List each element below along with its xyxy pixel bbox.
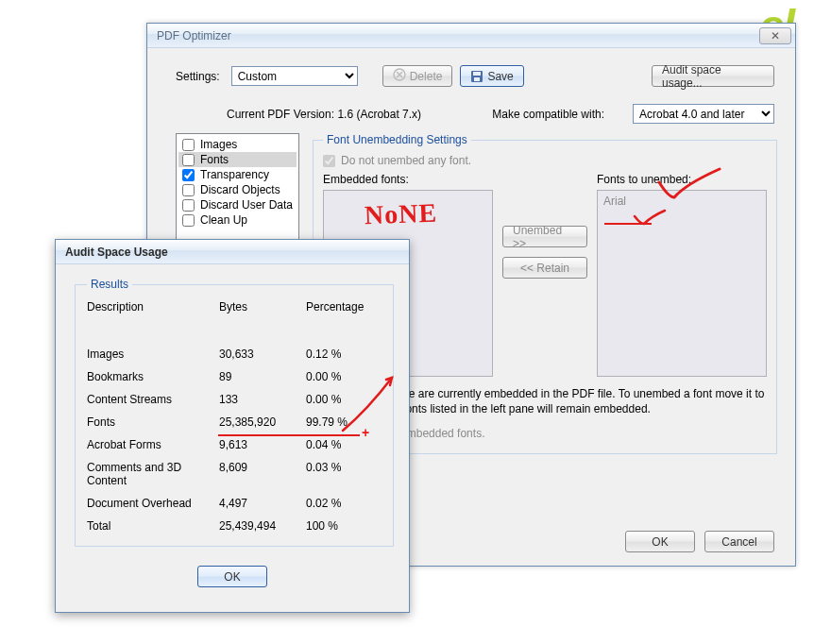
svg-rect-4	[473, 72, 481, 76]
unembed-button[interactable]: Unembed >>	[502, 226, 587, 247]
audit-space-usage-button[interactable]: Audit space usage...	[652, 65, 774, 87]
delete-label: Delete	[410, 70, 443, 83]
window-title: PDF Optimizer	[157, 29, 759, 42]
audit-cell: Acrobat Forms	[87, 438, 219, 451]
audit-title: Audit Space Usage	[65, 246, 405, 259]
unembed-button-label: Unembed >>	[513, 224, 577, 250]
results-group: Results DescriptionBytesPercentageImages…	[75, 278, 394, 547]
audit-cell: 100 %	[306, 519, 382, 533]
audit-cell: Images	[87, 347, 219, 361]
category-checkbox[interactable]	[182, 169, 195, 181]
settings-label: Settings:	[176, 70, 220, 83]
audit-cell: 8,609	[219, 461, 306, 487]
category-item-transparency[interactable]: Transparency	[178, 167, 297, 182]
do-not-unembed-checkbox[interactable]	[323, 155, 335, 167]
save-button[interactable]: Save	[460, 65, 523, 87]
current-version-label: Current PDF Version: 1.6 (Acrobat 7.x)	[227, 108, 464, 121]
category-label: Transparency	[200, 168, 269, 181]
audit-cell: Comments and 3D Content	[87, 461, 219, 487]
audit-cell: 0.02 %	[306, 497, 382, 510]
close-button[interactable]: ✕	[759, 27, 791, 44]
titlebar: PDF Optimizer ✕	[147, 24, 795, 48]
category-item-clean-up[interactable]: Clean Up	[178, 212, 297, 228]
embedded-fonts-label: Embedded fonts:	[323, 173, 493, 186]
fonts-to-unembed-listbox[interactable]: Arial	[597, 190, 767, 377]
category-checkbox[interactable]	[182, 139, 195, 151]
annotation-fonts-underline	[218, 434, 360, 436]
audit-cell: 25,385,920	[219, 415, 306, 429]
category-label: Fonts	[200, 153, 229, 166]
audit-cell: 0.00 %	[306, 393, 382, 406]
settings-combo[interactable]: Custom	[231, 66, 358, 86]
results-legend: Results	[87, 278, 132, 291]
category-checkbox[interactable]	[182, 184, 195, 196]
category-checkbox[interactable]	[182, 154, 195, 166]
category-label: Images	[200, 138, 237, 151]
delete-button[interactable]: Delete	[382, 65, 453, 87]
svg-rect-5	[474, 77, 480, 81]
audit-ok-label: OK	[224, 570, 240, 584]
annotation-plus: +	[362, 425, 369, 440]
audit-cell: 0.04 %	[306, 438, 382, 451]
audit-cell: 89	[219, 370, 306, 383]
audit-cell: 4,497	[219, 497, 306, 510]
audit-cell: Content Streams	[87, 393, 219, 406]
ok-label: OK	[652, 535, 668, 549]
category-checkbox[interactable]	[182, 214, 195, 227]
category-checkbox[interactable]	[182, 199, 195, 212]
audit-cell: 0.00 %	[306, 370, 382, 383]
compat-label: Make compatible with:	[492, 108, 604, 121]
cancel-label: Cancel	[721, 535, 756, 549]
group-legend: Font Unembedding Settings	[323, 133, 471, 146]
audit-window: Audit Space Usage Results DescriptionByt…	[55, 239, 410, 613]
category-item-discard-user-data[interactable]: Discard User Data	[178, 197, 297, 212]
close-icon: ✕	[771, 29, 780, 42]
audit-cell: 30,633	[219, 347, 306, 361]
audit-header-pct: Percentage	[306, 300, 382, 323]
audit-cell: 0.12 %	[306, 347, 382, 361]
delete-icon	[393, 68, 406, 84]
audit-cell: 0.03 %	[306, 461, 382, 487]
category-item-fonts[interactable]: Fonts	[178, 152, 297, 167]
audit-cell: 99.79 %	[306, 415, 382, 429]
audit-header-bytes: Bytes	[219, 300, 306, 323]
audit-header-desc: Description	[87, 300, 219, 323]
retain-button[interactable]: << Retain	[502, 257, 587, 279]
category-item-images[interactable]: Images	[178, 137, 297, 152]
save-label: Save	[487, 70, 513, 83]
category-label: Discard User Data	[200, 198, 293, 212]
category-label: Discard Objects	[200, 183, 280, 196]
audit-cell: Bookmarks	[87, 370, 219, 383]
audit-cell: Fonts	[87, 415, 219, 429]
audit-cell: 133	[219, 393, 306, 406]
unembed-list-item[interactable]: Arial	[603, 195, 760, 208]
category-label: Clean Up	[200, 213, 247, 227]
ok-button[interactable]: OK	[625, 531, 695, 552]
audit-cell: 9,613	[219, 438, 306, 451]
save-icon	[470, 70, 483, 83]
do-not-unembed-label: Do not unembed any font.	[341, 154, 471, 167]
audit-ok-button[interactable]: OK	[197, 566, 267, 587]
compat-combo[interactable]: Acrobat 4.0 and later	[633, 104, 774, 124]
cancel-button[interactable]: Cancel	[704, 531, 774, 552]
audit-table: DescriptionBytesPercentageImages30,6330.…	[87, 300, 382, 533]
category-item-discard-objects[interactable]: Discard Objects	[178, 182, 297, 197]
audit-cell: Total	[87, 519, 219, 533]
audit-cell: Document Overhead	[87, 497, 219, 510]
fonts-to-unembed-label: Fonts to unembed:	[597, 173, 767, 186]
audit-titlebar: Audit Space Usage	[56, 240, 409, 264]
audit-cell: 25,439,494	[219, 519, 306, 533]
audit-button-label: Audit space usage...	[662, 63, 764, 90]
retain-button-label: << Retain	[520, 262, 569, 275]
